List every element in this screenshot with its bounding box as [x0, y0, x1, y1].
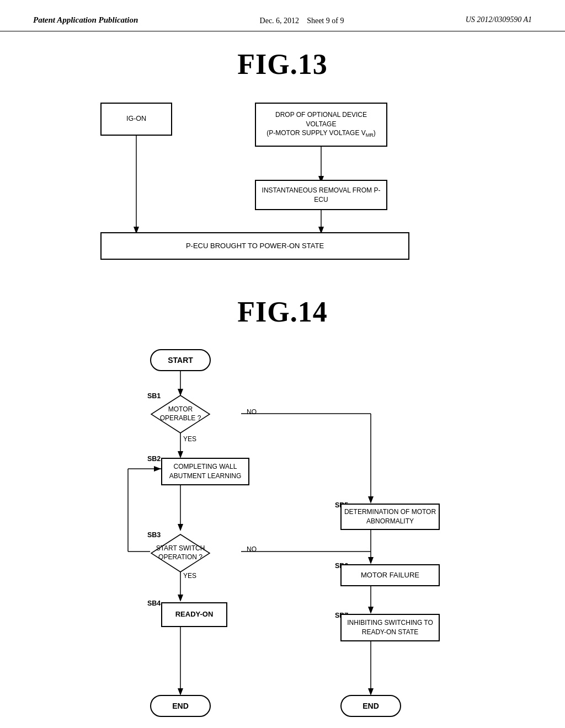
ig-on-box: IG-ON: [100, 103, 172, 136]
svg-marker-14: [178, 524, 183, 531]
sb3-diamond: START SWITCHOPERATION ?: [150, 533, 211, 573]
sb1-no-label: NO: [247, 408, 257, 416]
power-on-box: P-ECU BROUGHT TO POWER-ON STATE: [100, 232, 409, 260]
date-sheet: Dec. 6, 2012 Sheet 9 of 9: [260, 17, 344, 25]
sb3-no-label: NO: [247, 545, 257, 553]
start-oval: START: [150, 349, 211, 371]
sb6-box: MOTOR FAILURE: [340, 564, 440, 586]
sb4-label: SB4: [147, 599, 161, 607]
svg-marker-12: [368, 496, 374, 504]
svg-marker-18: [154, 466, 161, 472]
sb3-yes-label: YES: [183, 572, 196, 580]
svg-marker-27: [368, 607, 374, 614]
sb2-box: COMPLETING WALL ABUTMENT LEARNING: [161, 458, 249, 485]
publication-title: Patent Application Publication: [33, 15, 138, 25]
page-header: Patent Application Publication Dec. 6, 2…: [0, 0, 565, 31]
sb5-box: DETERMINATION OF MOTOR ABNORMALITY: [340, 504, 440, 530]
sb1-yes-label: YES: [183, 435, 196, 443]
drop-voltage-box: DROP OF OPTIONAL DEVICEVOLTAGE(P-MOTOR S…: [255, 103, 387, 147]
fig14-flow-lines: [84, 339, 481, 728]
fig14-title: FIG.14: [33, 296, 532, 328]
fig13-diagram: IG-ON DROP OF OPTIONAL DEVICEVOLTAGE(P-M…: [84, 92, 481, 268]
fig14-diagram: START SB1 MOTOROPERABLE ? NO YES SB2 COM…: [84, 339, 481, 728]
patent-number: US 2012/0309590 A1: [466, 15, 532, 24]
sb7-box: INHIBITING SWITCHING TO READY-ON STATE: [340, 614, 440, 641]
end-oval-right: END: [340, 695, 401, 717]
svg-marker-25: [368, 557, 374, 564]
sb4-box: READY-ON: [161, 602, 227, 627]
sb1-diamond: MOTOROPERABLE ?: [150, 394, 211, 434]
main-content: FIG.13 IG-ON DROP OF OPTIONAL DEVICEVOLT…: [0, 31, 565, 728]
svg-marker-20: [178, 595, 183, 602]
sb2-label: SB2: [147, 455, 161, 463]
instantaneous-box: INSTANTANEOUS REMOVAL FROM P-ECU: [255, 180, 387, 210]
end-oval-left: END: [150, 695, 211, 717]
fig13-title: FIG.13: [33, 48, 532, 81]
